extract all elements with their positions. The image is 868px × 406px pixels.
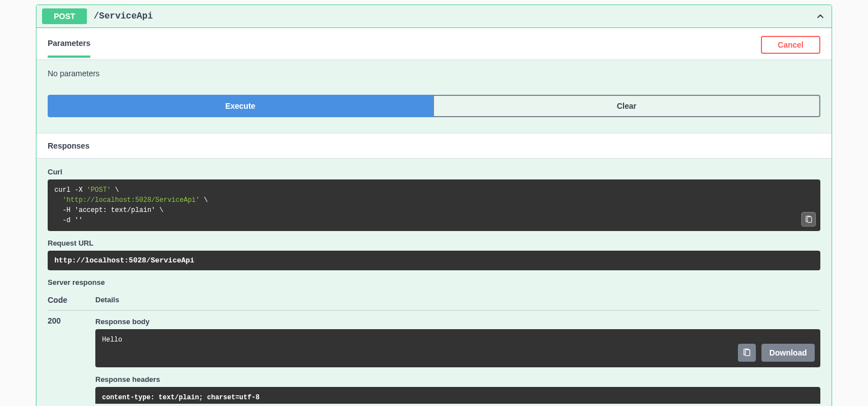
curl-label: Curl [48, 168, 820, 176]
endpoint-path: /ServiceApi [94, 11, 815, 21]
response-body-text: Hello [102, 336, 122, 344]
response-headers-block: content-type: text/plain; charset=utf-8 [95, 387, 820, 404]
operation-summary-row[interactable]: POST /ServiceApi [36, 5, 832, 28]
cancel-button[interactable]: Cancel [761, 36, 820, 54]
header-code: Code [48, 296, 95, 304]
no-parameters-text: No parameters [48, 69, 820, 78]
curl-text-post1: \ [111, 186, 119, 194]
responses-heading: Responses [36, 133, 832, 159]
response-row: 200 Response body Hello Download Respons… [48, 311, 820, 406]
parameters-body: No parameters Execute Clear [36, 60, 832, 133]
status-code: 200 [48, 316, 95, 404]
request-url-block: http://localhost:5028/ServiceApi [48, 251, 820, 270]
request-url-label: Request URL [48, 239, 820, 247]
parameters-tab-header: Parameters Cancel [36, 28, 832, 60]
method-badge: POST [42, 8, 87, 24]
server-response-label: Server response [48, 278, 820, 287]
copy-curl-button[interactable] [801, 212, 816, 227]
response-body-block: Hello Download [95, 329, 820, 367]
curl-text-line3: -H 'accept: text/plain' \ [54, 206, 163, 214]
operation-block: POST /ServiceApi Parameters Cancel No pa… [36, 4, 832, 406]
response-body-label: Response body [95, 317, 820, 326]
svg-rect-1 [745, 350, 750, 356]
clear-button[interactable]: Clear [433, 95, 820, 117]
clipboard-icon [742, 348, 751, 357]
curl-text-pre: curl -X [54, 186, 87, 194]
response-headers-label: Response headers [95, 375, 820, 384]
curl-text-line4: -d '' [54, 216, 82, 224]
header-details: Details [95, 296, 820, 304]
curl-text-method: 'POST' [87, 186, 111, 194]
curl-text-url: 'http://localhost:5028/ServiceApi' [54, 196, 200, 204]
execute-button[interactable]: Execute [48, 95, 433, 117]
clipboard-icon [805, 215, 813, 224]
svg-rect-0 [807, 216, 812, 222]
tab-parameters[interactable]: Parameters [48, 39, 90, 58]
chevron-up-icon[interactable] [815, 11, 826, 22]
copy-response-button[interactable] [738, 344, 756, 362]
response-table-header: Code Details [48, 290, 820, 311]
curl-text-post2: \ [200, 196, 207, 204]
responses-body: Curl curl -X 'POST' \ 'http://localhost:… [36, 159, 832, 406]
download-button[interactable]: Download [761, 344, 815, 362]
curl-code-block: curl -X 'POST' \ 'http://localhost:5028/… [48, 179, 820, 231]
